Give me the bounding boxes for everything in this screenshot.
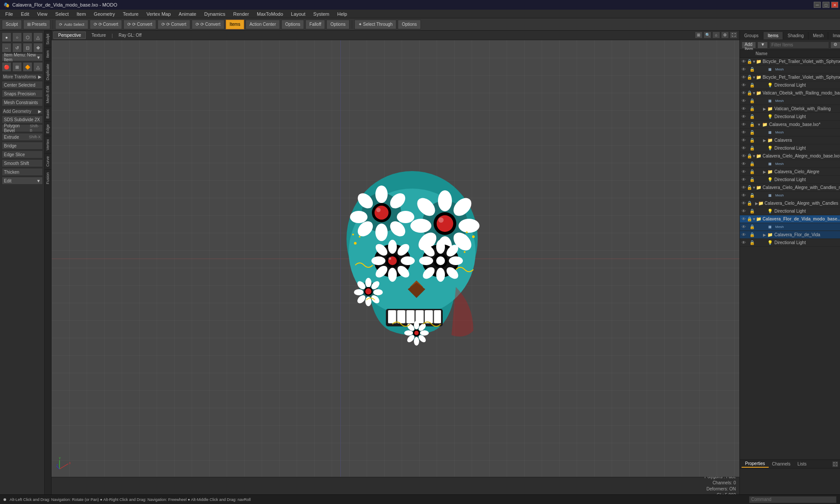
tool-btn-a[interactable]: 🔴	[2, 62, 11, 72]
thicken-button[interactable]: Thicken	[2, 168, 43, 176]
tool-select-edge[interactable]: ○	[12, 32, 22, 42]
edge-slice-button[interactable]: Edge Slice	[2, 150, 43, 158]
viewport-tab-raygl[interactable]: Ray GL: Off	[114, 32, 147, 39]
items-settings-button[interactable]: ⚙	[830, 42, 840, 49]
tab-shading[interactable]: Shading	[783, 32, 808, 39]
side-tab-fusion[interactable]: Fusion	[45, 169, 51, 187]
tree-item-bicycle-trailer-full[interactable]: 👁 🔒 ▼ 📁 Bicycle_Pet_Trailer_Violet_with_…	[740, 58, 840, 66]
items-button[interactable]: Items	[226, 20, 244, 29]
tree-item-dirlight-3[interactable]: 👁 🔒 💡 Directional Light	[740, 144, 840, 152]
menu-file[interactable]: File	[2, 10, 17, 18]
menu-edit[interactable]: Edit	[18, 10, 33, 18]
tree-expand[interactable]: ▼	[752, 217, 756, 221]
options-button-1[interactable]: Options	[281, 20, 304, 29]
tool-select-polygon[interactable]: ⬡	[23, 32, 32, 42]
viewport-fit-button[interactable]: ⊞	[695, 32, 703, 38]
menu-dynamics[interactable]: Dynamics	[201, 10, 229, 18]
eye-icon[interactable]: 👁	[742, 98, 749, 103]
center-selected-button[interactable]: Center Selected	[2, 81, 43, 89]
menu-animate[interactable]: Animate	[175, 10, 200, 18]
presets-button[interactable]: ⊞ Presets	[23, 20, 51, 29]
menu-maxtomodo[interactable]: MaxToModo	[253, 10, 287, 18]
eye-icon[interactable]: 👁	[742, 232, 749, 237]
tree-item-mesh-2[interactable]: 👁 🔒 ▦ Mesh	[740, 97, 840, 105]
tree-expand[interactable]: ▼	[752, 186, 756, 190]
convert-button-2[interactable]: ⟳ ⟳ Convert	[123, 20, 156, 29]
tab-items[interactable]: Items	[763, 32, 783, 39]
side-tab-sculpt[interactable]: Sculpt	[45, 31, 51, 47]
tree-item-bicycle-sphynx[interactable]: 👁 🔒 ▼ 📁 Bicycle_Pet_Trailer_Violet_with_…	[740, 74, 840, 81]
tool-btn-c[interactable]: 🔶	[23, 62, 32, 72]
menu-select[interactable]: Select	[52, 10, 72, 18]
tree-item-candles-group[interactable]: 👁 🔒 ▶ 📁 Calavera_Cielo_Alegre_with_Candl…	[740, 200, 840, 207]
menu-system[interactable]: System	[310, 10, 333, 18]
edit-dropdown[interactable]: Edit ▼	[2, 177, 43, 185]
falloff-button[interactable]: Falloff	[305, 20, 325, 29]
tool-transform[interactable]: ✥	[33, 43, 43, 52]
viewport-canvas[interactable]: X Y Z	[52, 40, 739, 477]
eye-icon[interactable]: 👁	[742, 138, 749, 143]
bottom-expand-button[interactable]: ⛶	[832, 461, 838, 467]
tool-btn-d[interactable]: △	[33, 62, 43, 72]
tree-item-cielo-alegre[interactable]: 👁 🔒 ▼ 📁 Calavera_Cielo_Alegre_modo_base.…	[740, 152, 840, 160]
filter-items-input[interactable]	[769, 42, 829, 49]
eye-icon[interactable]: 👁	[742, 161, 749, 166]
convert-button-4[interactable]: ⟳ ⟳ Convert	[192, 20, 224, 29]
tree-expand[interactable]: ▼	[752, 91, 756, 95]
tree-item-calavera-base[interactable]: 👁 🔒 ▼ 📁 Calavera_modo_base.lxo*	[740, 121, 840, 129]
tree-expand[interactable]: ▼	[752, 154, 756, 158]
tree-item-dirlight-4[interactable]: 👁 🔒 💡 Directional Light	[740, 176, 840, 184]
tree-item-vatican[interactable]: 👁 🔒 ▼ 📁 Vatican_Obelsk_with_Railing_modo…	[740, 89, 840, 97]
tab-lists[interactable]: Lists	[794, 461, 810, 467]
tree-item-mesh-1[interactable]: 👁 🔒 ▦ Mesh	[740, 66, 840, 74]
side-tab-curve[interactable]: Curve	[45, 153, 51, 169]
tool-scale[interactable]: ⊡	[23, 43, 32, 52]
menu-texture[interactable]: Texture	[119, 10, 142, 18]
eye-icon[interactable]: 👁	[742, 130, 749, 135]
maximize-button[interactable]: □	[822, 2, 830, 8]
eye-icon[interactable]: 👁	[742, 106, 749, 111]
viewport-expand-button[interactable]: ⛶	[730, 32, 738, 38]
side-tab-item[interactable]: Item	[45, 47, 51, 61]
menu-render[interactable]: Render	[230, 10, 252, 18]
tab-images[interactable]: Images	[828, 32, 840, 39]
sculpt-button[interactable]: Sculpt	[2, 20, 22, 29]
tree-item-flor-vida[interactable]: 👁 🔒 ▼ 📁 Calavera_Flor_de_Vida_modo_base.…	[740, 215, 840, 223]
convert-button-3[interactable]: ⟳ ⟳ Convert	[158, 20, 190, 29]
eye-icon[interactable]: 👁	[742, 67, 749, 72]
tool-select-item[interactable]: △	[33, 32, 43, 42]
item-menu-dropdown[interactable]: Item Menu: New Item ▼	[2, 53, 43, 61]
tree-expand[interactable]: ▼	[752, 60, 756, 64]
tree-item-mesh-4[interactable]: 👁 🔒 ▦ Mesh	[740, 160, 840, 168]
tool-select-vertex[interactable]: ●	[2, 32, 11, 42]
tree-expand[interactable]: ▶	[755, 201, 758, 206]
add-geometry-section[interactable]: Add Geometry ▶	[2, 108, 43, 115]
mesh-constraints-button[interactable]: Mesh Constraints	[2, 98, 43, 106]
menu-layout[interactable]: Layout	[287, 10, 309, 18]
tree-item-mesh-5[interactable]: 👁 🔒 ▦ Mesh	[740, 192, 840, 200]
polygon-bevel-button[interactable]: Polygon Bevel Shift-B	[2, 124, 43, 132]
command-input[interactable]	[749, 496, 836, 503]
eye-icon[interactable]: 👁	[742, 201, 746, 206]
extrude-button[interactable]: Extrude Shift-X	[2, 133, 43, 141]
tree-item-dirlight-2[interactable]: 👁 🔒 💡 Directional Light	[740, 113, 840, 121]
snaps-precision-button[interactable]: Snaps Precision	[2, 90, 43, 98]
tab-channels[interactable]: Channels	[769, 461, 794, 467]
tree-expand[interactable]: ▼	[756, 122, 762, 127]
tree-item-calavera[interactable]: 👁 🔒 ▶ 📁 Calavera	[740, 136, 840, 144]
options-button-2[interactable]: Options	[326, 20, 349, 29]
tool-move[interactable]: ↔	[2, 43, 11, 52]
eye-icon[interactable]: 👁	[742, 193, 749, 198]
sds-subdivide-button[interactable]: SDS Subdivide 2X	[2, 116, 43, 123]
more-transforms-section[interactable]: More Transforms ▶	[2, 74, 43, 80]
side-tab-mesh-edit[interactable]: Mesh Edit	[45, 83, 51, 106]
tree-expand[interactable]: ▶	[762, 138, 767, 143]
tree-item-dirlight-5[interactable]: 👁 🔒 💡 Directional Light	[740, 207, 840, 215]
minimize-button[interactable]: ─	[814, 2, 821, 8]
eye-icon[interactable]: 👁	[742, 154, 746, 158]
smooth-shift-button[interactable]: Smooth Shift	[2, 159, 43, 167]
side-tab-basic[interactable]: Basic	[45, 106, 51, 121]
add-item-dropdown[interactable]: ▼	[757, 42, 768, 49]
menu-vertex-map[interactable]: Vertex Map	[143, 10, 175, 18]
eye-icon[interactable]: 👁	[742, 224, 749, 229]
